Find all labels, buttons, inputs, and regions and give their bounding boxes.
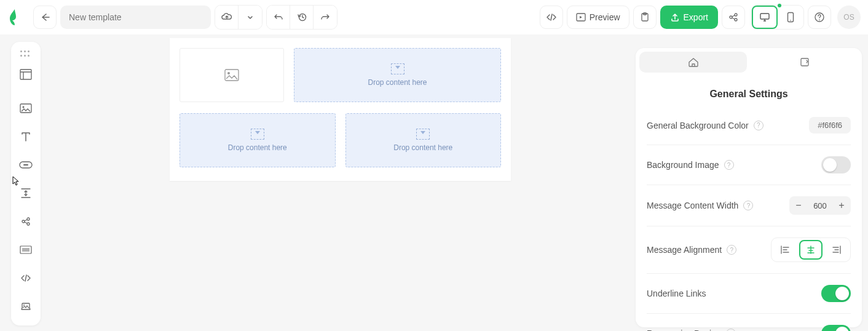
template-name-input[interactable] bbox=[60, 6, 211, 29]
svg-point-20 bbox=[23, 305, 25, 306]
image-tool[interactable] bbox=[12, 94, 39, 122]
dropzone-label: Drop content here bbox=[368, 78, 427, 87]
svg-rect-11 bbox=[20, 70, 31, 79]
svg-point-10 bbox=[815, 13, 824, 22]
html-tool[interactable] bbox=[12, 264, 39, 292]
history-button[interactable] bbox=[290, 6, 314, 29]
help-icon[interactable]: ? bbox=[724, 160, 734, 170]
help-icon[interactable]: ? bbox=[754, 121, 763, 130]
svg-point-0 bbox=[299, 14, 306, 21]
svg-point-4 bbox=[735, 14, 737, 16]
preview-button[interactable]: Preview bbox=[567, 6, 629, 29]
svg-rect-21 bbox=[225, 70, 239, 81]
device-switcher bbox=[751, 5, 804, 30]
help-icon[interactable]: ? bbox=[727, 245, 736, 255]
dropzone-bottom-left[interactable]: Drop content here bbox=[180, 113, 336, 167]
panel-tab-general[interactable] bbox=[639, 52, 747, 73]
help-icon[interactable]: ? bbox=[743, 201, 753, 210]
share-button[interactable] bbox=[722, 6, 745, 29]
setting-responsive: Responsive Design ? bbox=[647, 313, 851, 331]
svg-rect-19 bbox=[20, 246, 31, 253]
setting-label-text: Message Content Width bbox=[647, 201, 738, 210]
cursor-icon bbox=[12, 176, 20, 188]
drop-icon bbox=[391, 63, 404, 74]
help-icon[interactable]: ? bbox=[726, 329, 736, 331]
desktop-device-button[interactable] bbox=[752, 6, 778, 29]
dropzone-top-right[interactable]: Drop content here bbox=[294, 48, 501, 102]
alignment-group bbox=[771, 237, 851, 262]
svg-rect-2 bbox=[642, 14, 648, 21]
stepper-plus[interactable]: + bbox=[832, 196, 851, 215]
setting-content-width: Message Content Width ? − 600 + bbox=[647, 185, 851, 226]
image-icon bbox=[224, 69, 239, 81]
setting-label-text: Responsive Design bbox=[647, 329, 721, 331]
upload-group bbox=[215, 5, 262, 30]
stepper-value: 600 bbox=[808, 201, 832, 210]
bg-image-toggle[interactable] bbox=[821, 156, 851, 173]
social-tool[interactable] bbox=[12, 207, 39, 236]
mobile-device-button[interactable] bbox=[778, 6, 803, 29]
stepper-minus[interactable]: − bbox=[789, 196, 808, 215]
appearance-icon bbox=[800, 57, 810, 67]
text-tool[interactable] bbox=[12, 122, 39, 151]
svg-point-9 bbox=[790, 20, 791, 21]
svg-rect-14 bbox=[20, 162, 32, 168]
panel-title: General Settings bbox=[636, 76, 862, 106]
clipboard-button[interactable] bbox=[633, 6, 657, 29]
svg-rect-15 bbox=[23, 164, 28, 166]
align-center-button[interactable] bbox=[799, 240, 823, 260]
topbar: Preview Export OS bbox=[0, 0, 868, 34]
svg-point-13 bbox=[23, 106, 25, 108]
svg-rect-12 bbox=[20, 104, 31, 113]
structure-tool[interactable] bbox=[12, 60, 39, 89]
editor-canvas[interactable]: Drop content here Drop content here Drop… bbox=[170, 38, 511, 181]
undo-button[interactable] bbox=[267, 6, 290, 29]
svg-point-5 bbox=[730, 16, 732, 18]
dropzone-label: Drop content here bbox=[228, 143, 287, 152]
export-button[interactable]: Export bbox=[660, 6, 718, 29]
svg-rect-23 bbox=[801, 58, 808, 66]
drop-icon bbox=[251, 129, 264, 140]
drag-handle-icon[interactable] bbox=[12, 47, 39, 60]
button-tool[interactable] bbox=[12, 151, 39, 179]
svg-point-18 bbox=[27, 223, 30, 225]
dropzone-label: Drop content here bbox=[393, 143, 452, 152]
align-right-button[interactable] bbox=[825, 240, 848, 260]
align-left-button[interactable] bbox=[773, 240, 797, 260]
menu-tool[interactable] bbox=[12, 236, 39, 264]
back-button[interactable] bbox=[33, 6, 57, 29]
home-icon bbox=[688, 57, 699, 67]
notification-dot-icon bbox=[778, 4, 781, 7]
banner-tool[interactable] bbox=[12, 292, 39, 321]
bg-color-value[interactable]: #f6f6f6 bbox=[809, 117, 851, 134]
code-view-button[interactable] bbox=[540, 6, 563, 29]
svg-rect-3 bbox=[643, 13, 646, 15]
svg-rect-7 bbox=[760, 14, 769, 19]
svg-rect-1 bbox=[577, 14, 585, 21]
setting-bg-image: Background Image ? bbox=[647, 145, 851, 185]
svg-point-6 bbox=[735, 18, 737, 21]
upload-dropdown-button[interactable] bbox=[239, 6, 262, 29]
user-avatar[interactable]: OS bbox=[837, 6, 861, 29]
dropzone-bottom-right[interactable]: Drop content here bbox=[345, 113, 502, 167]
svg-point-16 bbox=[27, 218, 30, 220]
setting-label-text: Message Alignment bbox=[647, 245, 722, 255]
export-label: Export bbox=[684, 12, 708, 22]
panel-tab-appearance[interactable] bbox=[751, 52, 858, 73]
underline-links-toggle[interactable] bbox=[821, 285, 851, 302]
responsive-toggle[interactable] bbox=[821, 325, 851, 331]
help-button[interactable] bbox=[808, 6, 831, 29]
redo-button[interactable] bbox=[314, 6, 337, 29]
export-icon bbox=[670, 12, 680, 22]
svg-point-22 bbox=[227, 72, 230, 74]
setting-label-text: Underline Links bbox=[647, 289, 706, 298]
setting-alignment: Message Alignment ? bbox=[647, 226, 851, 273]
setting-label-text: Background Image bbox=[647, 160, 719, 170]
svg-point-17 bbox=[22, 220, 25, 223]
settings-panel: General Settings General Background Colo… bbox=[636, 48, 862, 327]
image-placeholder-block[interactable] bbox=[180, 48, 284, 102]
cloud-upload-button[interactable] bbox=[215, 6, 239, 29]
drop-icon bbox=[416, 129, 430, 140]
preview-label: Preview bbox=[590, 12, 620, 22]
setting-label-text: General Background Color bbox=[647, 121, 749, 130]
